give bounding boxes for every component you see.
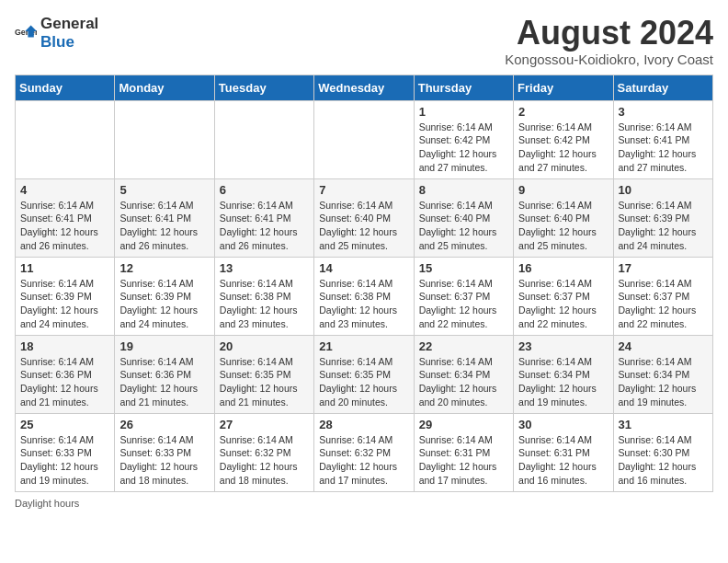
calendar-day-header: Tuesday [214, 75, 313, 100]
calendar-cell: 8Sunrise: 6:14 AM Sunset: 6:40 PM Daylig… [414, 178, 513, 257]
calendar-week-row: 25Sunrise: 6:14 AM Sunset: 6:33 PM Dayli… [16, 413, 713, 491]
calendar-cell: 30Sunrise: 6:14 AM Sunset: 6:31 PM Dayli… [514, 413, 613, 491]
day-info: Sunrise: 6:14 AM Sunset: 6:41 PM Dayligh… [119, 199, 209, 253]
header: General General Blue August 2024 Kongoss… [15, 15, 713, 67]
day-info: Sunrise: 6:14 AM Sunset: 6:33 PM Dayligh… [119, 433, 209, 488]
day-info: Sunrise: 6:14 AM Sunset: 6:40 PM Dayligh… [419, 199, 508, 253]
logo: General General Blue [15, 15, 98, 52]
day-info: Sunrise: 6:14 AM Sunset: 6:30 PM Dayligh… [619, 433, 708, 488]
page-title: August 2024 [505, 15, 713, 52]
day-number: 3 [619, 105, 708, 119]
calendar-day-header: Sunday [16, 75, 115, 100]
calendar-cell: 25Sunrise: 6:14 AM Sunset: 6:33 PM Dayli… [16, 413, 115, 491]
day-info: Sunrise: 6:14 AM Sunset: 6:31 PM Dayligh… [419, 433, 508, 488]
calendar-cell [214, 100, 313, 178]
day-info: Sunrise: 6:14 AM Sunset: 6:34 PM Dayligh… [419, 355, 508, 409]
day-number: 15 [419, 261, 508, 275]
day-info: Sunrise: 6:14 AM Sunset: 6:36 PM Dayligh… [20, 355, 109, 409]
calendar-cell: 20Sunrise: 6:14 AM Sunset: 6:35 PM Dayli… [214, 335, 313, 413]
calendar-cell: 22Sunrise: 6:14 AM Sunset: 6:34 PM Dayli… [414, 335, 513, 413]
calendar-cell: 2Sunrise: 6:14 AM Sunset: 6:42 PM Daylig… [514, 100, 613, 178]
day-number: 27 [220, 418, 309, 431]
calendar-week-row: 1Sunrise: 6:14 AM Sunset: 6:42 PM Daylig… [16, 100, 713, 178]
calendar-day-header: Monday [115, 75, 214, 100]
day-number: 17 [619, 261, 708, 275]
calendar-cell: 6Sunrise: 6:14 AM Sunset: 6:41 PM Daylig… [214, 178, 313, 257]
day-number: 29 [419, 418, 508, 431]
day-info: Sunrise: 6:14 AM Sunset: 6:33 PM Dayligh… [20, 433, 109, 488]
day-number: 25 [20, 418, 109, 431]
calendar-cell: 16Sunrise: 6:14 AM Sunset: 6:37 PM Dayli… [514, 257, 613, 335]
title-area: August 2024 Kongossou-Koidiokro, Ivory C… [505, 15, 713, 67]
day-number: 21 [319, 339, 408, 353]
day-info: Sunrise: 6:14 AM Sunset: 6:39 PM Dayligh… [619, 199, 708, 253]
day-number: 16 [518, 261, 608, 275]
day-number: 11 [20, 261, 109, 275]
calendar-cell: 14Sunrise: 6:14 AM Sunset: 6:38 PM Dayli… [314, 257, 414, 335]
calendar-cell: 31Sunrise: 6:14 AM Sunset: 6:30 PM Dayli… [613, 413, 712, 491]
day-info: Sunrise: 6:14 AM Sunset: 6:37 PM Dayligh… [518, 277, 608, 331]
calendar-cell: 1Sunrise: 6:14 AM Sunset: 6:42 PM Daylig… [414, 100, 513, 178]
day-info: Sunrise: 6:14 AM Sunset: 6:34 PM Dayligh… [518, 355, 608, 409]
day-number: 23 [518, 339, 608, 353]
day-info: Sunrise: 6:14 AM Sunset: 6:42 PM Dayligh… [518, 121, 608, 175]
day-info: Sunrise: 6:14 AM Sunset: 6:39 PM Dayligh… [20, 277, 109, 331]
calendar-cell: 4Sunrise: 6:14 AM Sunset: 6:41 PM Daylig… [16, 178, 115, 257]
day-info: Sunrise: 6:14 AM Sunset: 6:40 PM Dayligh… [319, 199, 408, 253]
day-info: Sunrise: 6:14 AM Sunset: 6:41 PM Dayligh… [220, 199, 309, 253]
logo-blue: Blue [40, 33, 74, 51]
calendar-day-header: Wednesday [314, 75, 414, 100]
calendar-week-row: 11Sunrise: 6:14 AM Sunset: 6:39 PM Dayli… [16, 257, 713, 335]
day-info: Sunrise: 6:14 AM Sunset: 6:34 PM Dayligh… [619, 355, 708, 409]
day-info: Sunrise: 6:14 AM Sunset: 6:39 PM Dayligh… [119, 277, 209, 331]
day-info: Sunrise: 6:14 AM Sunset: 6:41 PM Dayligh… [619, 121, 708, 175]
day-number: 8 [419, 183, 508, 197]
day-number: 7 [319, 183, 408, 197]
calendar-cell: 21Sunrise: 6:14 AM Sunset: 6:35 PM Dayli… [314, 335, 414, 413]
calendar-cell: 24Sunrise: 6:14 AM Sunset: 6:34 PM Dayli… [613, 335, 712, 413]
calendar-cell: 12Sunrise: 6:14 AM Sunset: 6:39 PM Dayli… [115, 257, 214, 335]
footer-note: Daylight hours [15, 498, 713, 509]
day-info: Sunrise: 6:14 AM Sunset: 6:32 PM Dayligh… [319, 433, 408, 488]
day-info: Sunrise: 6:14 AM Sunset: 6:38 PM Dayligh… [319, 277, 408, 331]
calendar-cell: 29Sunrise: 6:14 AM Sunset: 6:31 PM Dayli… [414, 413, 513, 491]
calendar-cell: 9Sunrise: 6:14 AM Sunset: 6:40 PM Daylig… [514, 178, 613, 257]
day-info: Sunrise: 6:14 AM Sunset: 6:37 PM Dayligh… [619, 277, 708, 331]
day-number: 2 [518, 105, 608, 119]
day-number: 30 [518, 418, 608, 431]
day-info: Sunrise: 6:14 AM Sunset: 6:36 PM Dayligh… [119, 355, 209, 409]
calendar-cell: 10Sunrise: 6:14 AM Sunset: 6:39 PM Dayli… [613, 178, 712, 257]
calendar-week-row: 18Sunrise: 6:14 AM Sunset: 6:36 PM Dayli… [16, 335, 713, 413]
calendar-header-row: SundayMondayTuesdayWednesdayThursdayFrid… [16, 75, 713, 100]
day-number: 18 [20, 339, 109, 353]
day-info: Sunrise: 6:14 AM Sunset: 6:31 PM Dayligh… [518, 433, 608, 488]
calendar-cell [314, 100, 414, 178]
calendar-cell: 15Sunrise: 6:14 AM Sunset: 6:37 PM Dayli… [414, 257, 513, 335]
calendar-cell [115, 100, 214, 178]
day-number: 28 [319, 418, 408, 431]
calendar-week-row: 4Sunrise: 6:14 AM Sunset: 6:41 PM Daylig… [16, 178, 713, 257]
calendar-cell [16, 100, 115, 178]
day-number: 13 [220, 261, 309, 275]
calendar-cell: 5Sunrise: 6:14 AM Sunset: 6:41 PM Daylig… [115, 178, 214, 257]
day-number: 19 [119, 339, 209, 353]
day-number: 9 [518, 183, 608, 197]
day-number: 14 [319, 261, 408, 275]
calendar-cell: 18Sunrise: 6:14 AM Sunset: 6:36 PM Dayli… [16, 335, 115, 413]
day-number: 20 [220, 339, 309, 353]
day-info: Sunrise: 6:14 AM Sunset: 6:41 PM Dayligh… [20, 199, 109, 253]
day-number: 5 [119, 183, 209, 197]
calendar-cell: 23Sunrise: 6:14 AM Sunset: 6:34 PM Dayli… [514, 335, 613, 413]
day-number: 24 [619, 339, 708, 353]
calendar-cell: 28Sunrise: 6:14 AM Sunset: 6:32 PM Dayli… [314, 413, 414, 491]
day-number: 10 [619, 183, 708, 197]
calendar-cell: 3Sunrise: 6:14 AM Sunset: 6:41 PM Daylig… [613, 100, 712, 178]
page-subtitle: Kongossou-Koidiokro, Ivory Coast [505, 52, 713, 67]
day-info: Sunrise: 6:14 AM Sunset: 6:42 PM Dayligh… [419, 121, 508, 175]
day-number: 12 [119, 261, 209, 275]
calendar-day-header: Saturday [613, 75, 712, 100]
logo-general: General [40, 15, 98, 32]
day-info: Sunrise: 6:14 AM Sunset: 6:40 PM Dayligh… [518, 199, 608, 253]
calendar-day-header: Friday [514, 75, 613, 100]
calendar-cell: 27Sunrise: 6:14 AM Sunset: 6:32 PM Dayli… [214, 413, 313, 491]
